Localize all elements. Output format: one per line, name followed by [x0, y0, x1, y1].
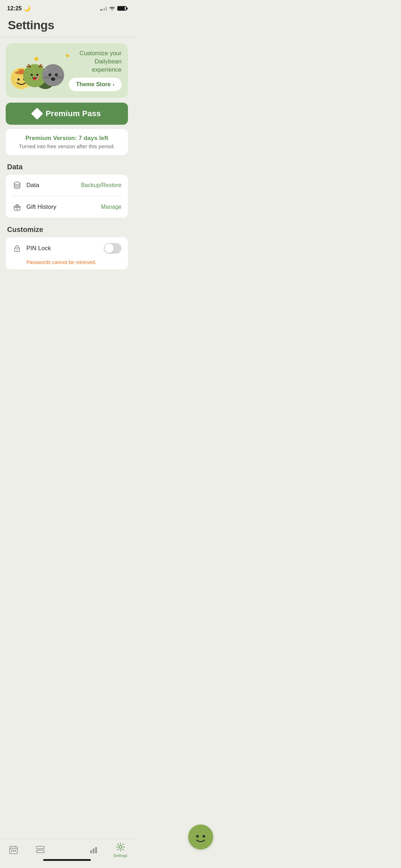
sparkle-icon-1: ◆	[34, 55, 39, 62]
svg-point-2	[17, 78, 20, 81]
theme-mascots: ◆ ◆ ◆	[11, 52, 66, 89]
status-bar: 12:25 🌙	[0, 0, 134, 15]
wifi-icon	[109, 5, 115, 11]
data-label: Data	[26, 182, 39, 189]
theme-store-label: Theme Store	[76, 81, 110, 88]
svg-line-14	[43, 76, 50, 77]
gift-row-left: Gift History	[12, 202, 56, 212]
theme-store-chevron: ›	[113, 82, 114, 87]
svg-point-10	[36, 74, 38, 76]
main-content: ◆ ◆ ◆	[0, 43, 134, 306]
mascot-cat	[42, 64, 64, 86]
svg-point-18	[48, 73, 51, 76]
pin-toggle[interactable]	[104, 243, 122, 254]
svg-line-15	[43, 78, 50, 78]
premium-sub-text: Turned into free version after this peri…	[13, 143, 121, 149]
sparkle-icon-2: ◆	[66, 52, 70, 58]
svg-point-19	[55, 73, 58, 76]
data-section-header: Data	[6, 163, 128, 171]
page-header: Settings	[0, 15, 134, 37]
pin-row-left: PIN Lock	[12, 243, 51, 253]
gift-action[interactable]: Manage	[101, 204, 122, 210]
premium-diamond-icon	[31, 108, 43, 120]
customize-section-header: Customize	[6, 226, 128, 234]
time-display: 12:25	[7, 5, 22, 12]
data-row[interactable]: Data Backup/Restore	[6, 175, 128, 196]
premium-days-text: Premium Version: 7 days left	[13, 135, 121, 142]
gift-label: Gift History	[26, 203, 56, 211]
pin-warning-text: Passwords cannot be retrieved.	[6, 259, 128, 269]
theme-store-button[interactable]: Theme Store ›	[69, 78, 122, 91]
signal-icon	[101, 6, 107, 11]
svg-line-16	[56, 76, 63, 77]
theme-right: Customize yourDailybean experience Theme…	[66, 50, 122, 91]
premium-pass-label: Premium Pass	[46, 109, 101, 118]
customize-settings-card: PIN Lock Passwords cannot be retrieved.	[6, 237, 128, 269]
pin-label: PIN Lock	[26, 245, 51, 252]
theme-banner-text: Customize yourDailybean experience	[66, 50, 122, 74]
svg-point-21	[14, 182, 20, 184]
status-right	[101, 5, 127, 11]
data-settings-card: Data Backup/Restore Gift History M	[6, 175, 128, 218]
pin-lock-row[interactable]: PIN Lock	[6, 237, 128, 259]
status-time: 12:25 🌙	[7, 5, 31, 12]
svg-line-17	[56, 78, 63, 78]
database-icon	[12, 180, 22, 190]
premium-status-card: Premium Version: 7 days left Turned into…	[6, 129, 128, 155]
battery-icon	[117, 6, 127, 11]
theme-banner: ◆ ◆ ◆	[6, 43, 128, 98]
page-title: Settings	[8, 18, 126, 32]
toggle-knob	[104, 244, 114, 253]
lock-icon	[12, 243, 22, 253]
gift-history-row[interactable]: Gift History Manage	[6, 196, 128, 218]
svg-point-20	[51, 77, 55, 81]
svg-point-25	[17, 249, 18, 250]
data-row-left: Data	[12, 180, 39, 190]
gift-icon	[12, 202, 22, 212]
moon-icon: 🌙	[24, 5, 31, 12]
data-action[interactable]: Backup/Restore	[81, 182, 122, 188]
svg-marker-12	[58, 67, 63, 71]
premium-pass-button[interactable]: Premium Pass	[6, 103, 128, 125]
svg-point-9	[31, 74, 33, 76]
header-divider	[0, 37, 134, 37]
